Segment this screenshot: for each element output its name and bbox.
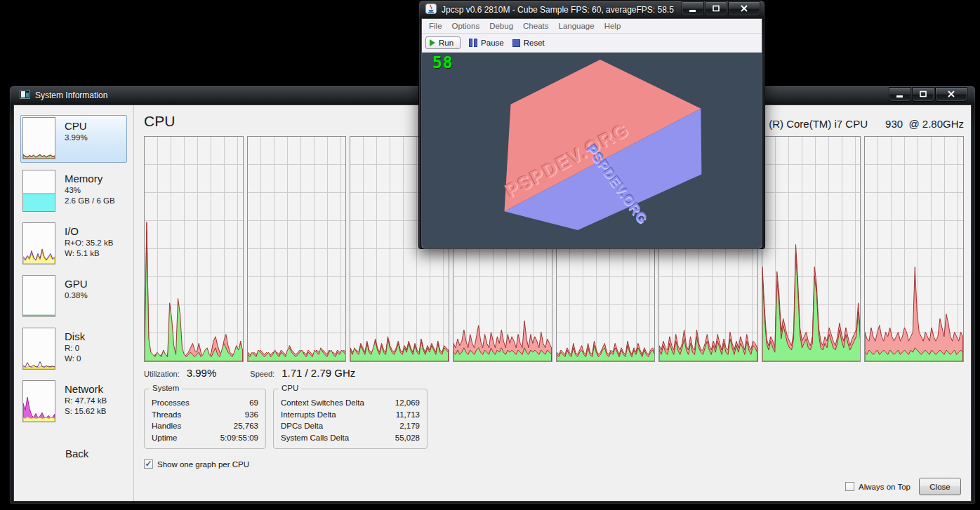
cpu-usage-graph-7 [762,136,861,362]
minimize-button[interactable] [682,1,704,16]
sidebar-item-network[interactable]: NetworkR: 47.74 kBS: 15.62 kB [20,378,127,426]
menu-help[interactable]: Help [600,22,626,30]
sidebar-item-value: W: 5.1 kB [65,248,113,259]
io-mini-graph [22,222,55,264]
gpu-mini-graph [22,275,55,317]
rotating-cube-render: PSPDEV.ORG PSPDEV.ORG PSPDEV.ORG PSPDEV.… [422,53,762,248]
sidebar-item-value: S: 15.62 kB [65,406,107,417]
system-groupbox-title: System [150,384,182,392]
jpcsp-toolbar: Run Pause Reset [422,34,762,53]
sidebar-item-value: R: 47.74 kB [65,396,107,406]
jpcsp-titlebar[interactable]: Jpcsp v0.6 2810M - Cube Sample FPS: 60, … [419,1,764,19]
stats-row: DPCs Delta2,179 [281,420,420,432]
stat-value: 69 [249,397,258,409]
stat-value: 936 [245,409,258,421]
sidebar-item-io[interactable]: I/OR+O: 35.2 kBW: 5.1 kB [20,220,127,268]
close-button[interactable]: Close [919,478,961,495]
window-title: Jpcsp v0.6 2810M - Cube Sample FPS: 60, … [442,5,677,15]
show-one-graph-per-cpu-checkbox[interactable]: ✓ [144,459,153,469]
stats-row: Handles25,763 [152,420,258,432]
menu-cheats[interactable]: Cheats [518,22,553,30]
menu-language[interactable]: Language [554,22,600,30]
maximize-button[interactable] [912,87,934,102]
cpu-groupbox-title: CPU [279,384,301,392]
stat-value: 12,069 [395,397,420,409]
reset-icon [512,39,520,47]
sidebar-item-label: Memory [65,172,115,185]
stats-row: Uptime5:09:55:09 [152,432,258,444]
utilization-label: Utilization: [144,370,180,378]
run-button[interactable]: Run [425,36,461,49]
always-on-top-checkbox[interactable] [845,482,854,491]
stat-value: 2,179 [399,420,420,432]
stats-row: Context Switches Delta12,069 [281,397,420,409]
speed-label: Speed: [250,370,274,378]
menu-debug[interactable]: Debug [484,22,518,30]
stats-row: System Calls Delta55,028 [281,432,420,444]
java-coffee-cup-icon [425,4,437,17]
stat-label: Uptime [152,432,177,444]
minimize-button[interactable] [889,87,911,102]
always-on-top-label: Always on Top [859,483,911,491]
sidebar-item-label: Network [65,382,107,396]
pause-button[interactable]: Pause [469,39,504,47]
cpu-model-text: (R) Core(TM) i7 CPU 930 @ 2.80GHz [769,118,964,130]
stats-row: Threads936 [152,409,258,421]
stat-value: 55,028 [395,432,420,444]
sidebar-item-label: GPU [65,277,88,290]
page-title: CPU [144,113,175,130]
cpu-stats-groupbox: CPU Context Switches Delta12,069Interrup… [273,389,428,449]
sidebar-item-back[interactable]: Back [65,448,133,459]
network-mini-graph [22,380,55,422]
stat-label: System Calls Delta [281,432,349,444]
sidebar-item-label: CPU [65,119,88,133]
stats-row: Interrupts Delta11,713 [281,409,420,421]
cpu-usage-graph-2 [247,136,347,362]
stat-label: Interrupts Delta [281,409,336,421]
sidebar-item-value: 3.99% [65,133,88,143]
show-one-graph-per-cpu-label: Show one graph per CPU [157,460,249,469]
utilization-value: 3.99% [187,367,217,379]
close-window-button[interactable] [728,1,760,16]
sidebar-item-value: 43% [65,185,115,196]
sidebar-item-disk[interactable]: DiskR: 0W: 0 [20,326,127,373]
emulator-viewport: 58 PSPDEV.ORG PSPDEV.ORG PSPDEV.ORG PSPD… [422,53,762,248]
stats-row: Processes69 [152,397,258,409]
jpcsp-window: Jpcsp v0.6 2810M - Cube Sample FPS: 60, … [418,0,765,249]
resource-sidebar: CPU3.99%Memory43%2.6 GB / 6 GBI/OR+O: 35… [14,105,134,501]
memory-mini-graph [22,170,55,212]
sidebar-item-memory[interactable]: Memory43%2.6 GB / 6 GB [20,168,127,215]
reset-button[interactable]: Reset [512,39,545,47]
play-icon [430,39,435,46]
maximize-button[interactable] [705,1,727,16]
sidebar-item-value: W: 0 [65,354,85,364]
sidebar-item-label: I/O [65,224,113,238]
stat-value: 11,713 [396,409,420,421]
system-information-icon [20,89,30,102]
cpu-usage-graph-1 [144,136,244,362]
sidebar-item-cpu[interactable]: CPU3.99% [20,115,127,163]
stat-value: 25,763 [234,420,258,432]
close-window-button[interactable] [935,87,967,102]
stat-value: 5:09:55:09 [220,432,258,444]
stat-label: DPCs Delta [281,420,323,432]
fps-counter: 58 [432,53,453,72]
menu-file[interactable]: File [424,22,447,30]
disk-mini-graph [22,328,55,370]
system-stats-groupbox: System Processes69Threads936Handles25,76… [144,389,266,449]
sidebar-item-value: R+O: 35.2 kB [65,238,113,248]
stat-label: Handles [152,420,181,432]
stat-label: Threads [152,409,181,421]
sidebar-item-value: 0.38% [65,290,88,301]
sidebar-item-value: R: 0 [65,343,85,354]
cpu-usage-graph-8 [864,136,964,362]
speed-value: 1.71 / 2.79 GHz [282,367,355,379]
stat-label: Context Switches Delta [281,397,364,409]
stat-label: Processes [152,397,190,409]
jpcsp-menubar: FileOptionsDebugCheatsLanguageHelp [422,19,762,34]
cpu-mini-graph [22,117,55,159]
pause-icon [469,39,477,47]
menu-options[interactable]: Options [447,22,485,30]
sidebar-item-gpu[interactable]: GPU0.38% [20,273,127,321]
sidebar-item-value: 2.6 GB / 6 GB [65,196,115,206]
